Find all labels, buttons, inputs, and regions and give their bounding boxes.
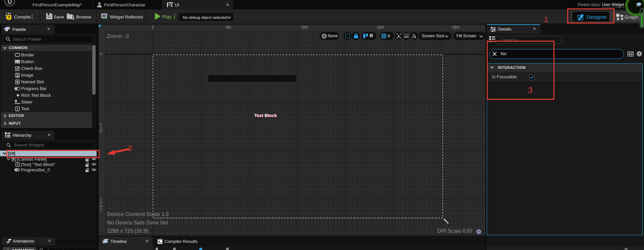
svg-text:T: T (16, 107, 18, 111)
svg-text:T: T (17, 163, 19, 166)
svg-text:?: ? (8, 15, 10, 20)
